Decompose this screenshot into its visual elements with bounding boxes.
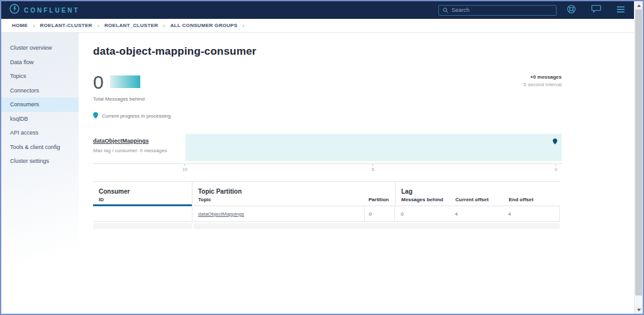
cluster-sidebar: Cluster overview Data flow Topics Connec… bbox=[1, 33, 79, 314]
progress-pin-icon bbox=[93, 112, 98, 120]
lag-summary: 0 Total Messages behind +0 messages 5 se… bbox=[93, 73, 562, 102]
total-messages-behind-metric: 0 Total Messages behind bbox=[93, 73, 145, 102]
global-search[interactable] bbox=[438, 5, 557, 16]
axis-tick: 0 bbox=[555, 164, 557, 172]
scroll-up-arrow-icon bbox=[637, 4, 641, 7]
column-header-id[interactable]: ID bbox=[93, 196, 192, 206]
scroll-down-arrow-icon bbox=[637, 309, 641, 311]
axis-tick: 5 bbox=[372, 164, 374, 172]
scroll-up-button[interactable] bbox=[635, 1, 643, 9]
consumer-lag-table: Consumer Topic Partition Lag ID Topic Pa… bbox=[93, 181, 560, 229]
breadcrumb-separator: › bbox=[97, 23, 99, 29]
chart-x-axis: 10 5 0 bbox=[93, 163, 562, 174]
axis-tick: 10 bbox=[182, 164, 187, 172]
search-icon bbox=[443, 4, 448, 16]
table-footer-strip bbox=[93, 223, 560, 229]
sidebar-item-cluster-overview[interactable]: Cluster overview bbox=[1, 41, 79, 55]
column-header-partition[interactable]: Partition bbox=[365, 196, 395, 206]
metric-label: Total Messages behind bbox=[93, 96, 145, 102]
column-header-current-offset[interactable]: Current offset bbox=[450, 196, 503, 206]
cell-topic: dataObjectMappings bbox=[192, 206, 365, 221]
sidebar-item-topics[interactable]: Topics bbox=[1, 69, 79, 84]
cell-messages-behind: 0 bbox=[394, 206, 449, 221]
column-header-topic[interactable]: Topic bbox=[192, 196, 365, 206]
breadcrumb-consumer-groups[interactable]: ALL CONSUMER GROUPS bbox=[170, 23, 238, 28]
cell-end-offset: 4 bbox=[502, 206, 559, 221]
breadcrumb-separator: › bbox=[163, 23, 165, 29]
rate-interval: 5 second interval bbox=[524, 82, 562, 87]
legend-label: Current progress in processing bbox=[102, 113, 170, 119]
breadcrumb-separator: › bbox=[243, 23, 245, 29]
top-nav-bar: CONFLUENT bbox=[1, 1, 634, 19]
chart-legend: Current progress in processing bbox=[93, 112, 562, 120]
page-body: Cluster overview Data flow Topics Connec… bbox=[1, 33, 634, 314]
breadcrumb-environment[interactable]: ROELANT-CLUSTER bbox=[40, 23, 92, 28]
cell-current-offset: 4 bbox=[449, 206, 502, 221]
table-group-header: Consumer Topic Partition Lag bbox=[93, 182, 560, 196]
consumer-group-link[interactable]: dataObjectMappings bbox=[93, 138, 149, 144]
table-row: dataObjectMappings 0 0 4 4 bbox=[93, 206, 560, 222]
message-rate: +0 messages 5 second interval bbox=[524, 73, 562, 102]
group-topic-partition: Topic Partition bbox=[192, 182, 395, 195]
max-lag-label: Max lag / consumer: 0 messages bbox=[93, 148, 186, 153]
sidebar-item-consumers[interactable]: Consumers bbox=[1, 97, 79, 112]
main-content-area: CONFLUENT HOME bbox=[1, 1, 634, 314]
metric-value: 0 bbox=[93, 73, 104, 92]
sidebar-item-data-flow[interactable]: Data flow bbox=[1, 55, 79, 70]
rate-delta: +0 messages bbox=[524, 74, 562, 80]
breadcrumb-cluster[interactable]: ROELANT_CLUSTER bbox=[104, 23, 158, 28]
consumer-lag-chart: dataObjectMappings Max lag / consumer: 0… bbox=[93, 134, 562, 161]
scroll-down-button[interactable] bbox=[635, 306, 643, 314]
topbar-icons bbox=[567, 4, 625, 16]
cell-consumer-id bbox=[93, 206, 192, 221]
sidebar-item-ksqldb[interactable]: ksqlDB bbox=[1, 112, 79, 126]
vertical-scrollbar[interactable] bbox=[634, 1, 643, 314]
lag-heatmap-band[interactable] bbox=[186, 134, 562, 161]
sidebar-item-connectors[interactable]: Connectors bbox=[1, 84, 79, 98]
chat-icon[interactable] bbox=[591, 4, 601, 16]
progress-marker-icon bbox=[553, 136, 557, 147]
column-header-messages-behind[interactable]: Messages behind bbox=[395, 196, 450, 206]
scrollbar-thumb[interactable] bbox=[635, 9, 642, 296]
app-window: CONFLUENT HOME bbox=[0, 0, 644, 315]
page-title: data-object-mapping-consumer bbox=[93, 45, 562, 58]
help-icon[interactable] bbox=[567, 4, 576, 16]
sidebar-item-api-access[interactable]: API access bbox=[1, 126, 79, 140]
footer-divider bbox=[192, 223, 194, 229]
brand-name: CONFLUENT bbox=[24, 7, 80, 14]
consumer-group-main: data-object-mapping-consumer 0 Total Mes… bbox=[79, 33, 634, 314]
confluent-brand[interactable]: CONFLUENT bbox=[9, 4, 80, 16]
topic-link[interactable]: dataObjectMappings bbox=[198, 211, 244, 217]
sidebar-item-cluster-settings[interactable]: Cluster settings bbox=[1, 154, 79, 169]
group-consumer: Consumer bbox=[93, 182, 192, 195]
breadcrumb-home[interactable]: HOME bbox=[12, 23, 28, 28]
table-column-header: ID Topic Partition Messages behind Curre… bbox=[93, 196, 560, 206]
confluent-logo-icon bbox=[9, 4, 19, 16]
group-lag: Lag bbox=[395, 182, 560, 195]
hamburger-menu-icon[interactable] bbox=[616, 4, 625, 16]
sidebar-item-tools-client-config[interactable]: Tools & client config bbox=[1, 140, 79, 155]
search-input[interactable] bbox=[452, 7, 540, 13]
lag-gradient-swatch bbox=[110, 75, 140, 88]
breadcrumb: HOME › ROELANT-CLUSTER › ROELANT_CLUSTER… bbox=[1, 19, 634, 33]
chart-row-label: dataObjectMappings Max lag / consumer: 0… bbox=[93, 134, 186, 161]
column-header-end-offset[interactable]: End offset bbox=[503, 196, 560, 206]
breadcrumb-separator: › bbox=[33, 23, 35, 29]
cell-partition: 0 bbox=[364, 206, 394, 221]
